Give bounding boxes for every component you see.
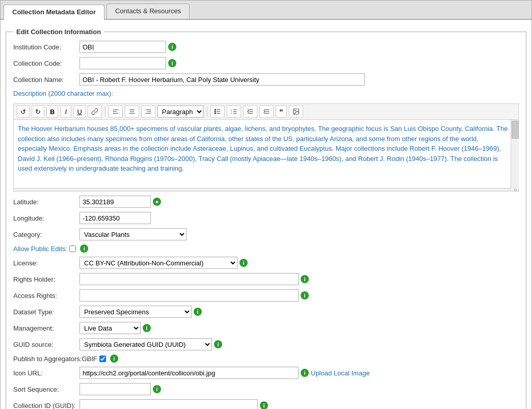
upload-local-image-link[interactable]: Upload Local Image	[311, 369, 370, 377]
svg-point-12	[215, 109, 216, 110]
rights-holder-input[interactable]	[79, 273, 299, 285]
institution-code-info-icon[interactable]: i	[168, 43, 176, 51]
rights-holder-row: Rights Holder: i	[13, 273, 519, 285]
rights-holder-info-icon[interactable]: i	[301, 275, 309, 283]
latitude-info-icon[interactable]: ●	[153, 198, 161, 206]
access-rights-info-icon[interactable]: i	[301, 291, 309, 299]
management-label: Management:	[13, 324, 79, 332]
indent-decrease-button[interactable]	[243, 105, 257, 118]
toolbar-divider-2	[207, 106, 207, 117]
collection-name-label: Collection Name:	[13, 76, 79, 84]
institution-code-input[interactable]	[79, 41, 166, 53]
editor-container: The Hoover Herbarium houses 85,000+ spec…	[13, 120, 519, 188]
dataset-type-info-icon[interactable]: i	[194, 308, 202, 316]
image-button[interactable]	[289, 105, 303, 118]
collection-id-input[interactable]	[79, 399, 258, 409]
bold-button[interactable]: B	[46, 105, 58, 118]
gbif-checkbox[interactable]	[99, 356, 106, 362]
description-editor-wrapper: The Hoover Herbarium houses 85,000+ spec…	[13, 120, 519, 192]
main-content: Edit Collection Information Institution …	[1, 20, 531, 409]
icon-url-label: Icon URL:	[13, 369, 79, 377]
dataset-type-select[interactable]: Preserved Specimens Living Specimens Obs…	[79, 306, 192, 318]
link-button[interactable]	[88, 105, 102, 118]
access-rights-row: Access Rights: i	[13, 289, 519, 302]
align-center-button[interactable]	[125, 105, 139, 118]
allow-public-edits-checkbox[interactable]	[69, 246, 76, 252]
latitude-input[interactable]	[79, 196, 151, 208]
description-label-row: Description (2000 character max):	[13, 90, 519, 99]
icon-url-row: Icon URL: i Upload Local Image	[13, 367, 519, 379]
management-info-icon[interactable]: i	[143, 324, 151, 332]
editor-scrollbar-thumb	[512, 121, 519, 139]
collection-code-row: Collection Code: i	[13, 57, 519, 69]
description-editor[interactable]: The Hoover Herbarium houses 85,000+ spec…	[13, 120, 519, 188]
guid-source-info-icon[interactable]: i	[214, 340, 222, 348]
undo-button[interactable]: ↺	[17, 105, 30, 118]
icon-url-info-icon[interactable]: i	[301, 369, 309, 377]
description-label: Description (2000 character max):	[13, 90, 113, 97]
dataset-type-row: Dataset Type: Preserved Specimens Living…	[13, 306, 519, 318]
rights-holder-label: Rights Holder:	[13, 276, 79, 283]
sort-sequence-input[interactable]	[79, 383, 151, 395]
collection-code-input[interactable]	[79, 57, 166, 69]
institution-code-row: Institution Code: i	[13, 41, 519, 53]
italic-button[interactable]: I	[60, 105, 71, 118]
guid-source-select[interactable]: Symbiota Generated GUID (UUID) Occurrenc…	[79, 338, 212, 350]
paragraph-select[interactable]: Paragraph Heading 1 Heading 2	[157, 105, 204, 118]
svg-point-13	[215, 111, 216, 112]
publish-aggregators-label: Publish to Aggregators:	[13, 355, 82, 363]
redo-button[interactable]: ↻	[32, 105, 44, 118]
category-row: Category: Vascular Plants Algae Bryophyt…	[13, 228, 519, 240]
editor-resize-handle[interactable]: ⠿	[13, 188, 519, 192]
svg-text:3: 3	[230, 112, 232, 115]
sort-sequence-label: Sort Sequence:	[13, 386, 79, 393]
allow-public-edits-row: Allow Public Edits: i	[13, 244, 519, 253]
main-window: Collection Metadata Editor Contacts & Re…	[0, 0, 532, 409]
latitude-label: Latitude:	[13, 198, 79, 206]
gbif-label: GBIF	[82, 355, 97, 363]
license-select[interactable]: CC BY-NC (Attribution-Non-Commercial) CC…	[79, 257, 237, 269]
underline-button[interactable]: U	[73, 105, 85, 118]
dataset-type-label: Dataset Type:	[13, 308, 79, 316]
license-row: License: CC BY-NC (Attribution-Non-Comme…	[13, 257, 519, 269]
fieldset-legend: Edit Collection Information	[13, 28, 104, 36]
allow-public-edits-info-icon[interactable]: i	[80, 244, 88, 253]
sort-sequence-row: Sort Sequence: i	[13, 383, 519, 395]
collection-code-label: Collection Code:	[13, 60, 79, 67]
tab-collection-metadata[interactable]: Collection Metadata Editor	[4, 5, 104, 20]
institution-code-label: Institution Code:	[13, 43, 79, 51]
toolbar-divider-1	[105, 106, 105, 117]
svg-point-28	[295, 110, 296, 111]
latitude-row: Latitude: ●	[13, 196, 519, 208]
management-select[interactable]: Live Data Snapshot	[79, 322, 141, 334]
category-select[interactable]: Vascular Plants Algae Bryophytes Fungi L…	[79, 228, 187, 240]
allow-public-edits-label: Allow Public Edits:	[13, 245, 67, 253]
editor-toolbar: ↺ ↻ B I U Paragraph	[13, 103, 519, 120]
longitude-row: Longitude:	[13, 212, 519, 224]
longitude-label: Longitude:	[13, 214, 79, 222]
blockquote-button[interactable]: "	[276, 105, 287, 118]
icon-url-input[interactable]	[79, 367, 299, 379]
list-ordered-button[interactable]: 123	[227, 105, 241, 118]
indent-increase-button[interactable]	[259, 105, 274, 118]
license-label: License:	[13, 259, 79, 267]
publish-aggregators-row: Publish to Aggregators: GBIF i	[13, 355, 519, 363]
editor-scrollbar[interactable]	[511, 120, 519, 188]
align-left-button[interactable]	[109, 105, 123, 118]
longitude-input[interactable]	[79, 212, 151, 224]
list-unordered-button[interactable]	[210, 105, 225, 118]
license-info-icon[interactable]: i	[240, 259, 248, 267]
collection-id-info-icon[interactable]: i	[260, 401, 268, 409]
sort-sequence-info-icon[interactable]: i	[153, 385, 161, 393]
tab-bar: Collection Metadata Editor Contacts & Re…	[1, 1, 531, 20]
tab-contacts-resources[interactable]: Contacts & Resources	[107, 4, 190, 19]
collection-name-input[interactable]	[79, 73, 365, 86]
collection-id-row: Collection ID (GUID): i	[13, 399, 519, 409]
collection-code-info-icon[interactable]: i	[168, 59, 176, 67]
collection-name-row: Collection Name:	[13, 73, 519, 86]
access-rights-input[interactable]	[79, 289, 299, 302]
edit-collection-fieldset: Edit Collection Information Institution …	[6, 28, 526, 409]
align-right-button[interactable]	[141, 105, 155, 118]
category-label: Category:	[13, 231, 79, 238]
publish-aggregators-info-icon[interactable]: i	[110, 355, 118, 363]
